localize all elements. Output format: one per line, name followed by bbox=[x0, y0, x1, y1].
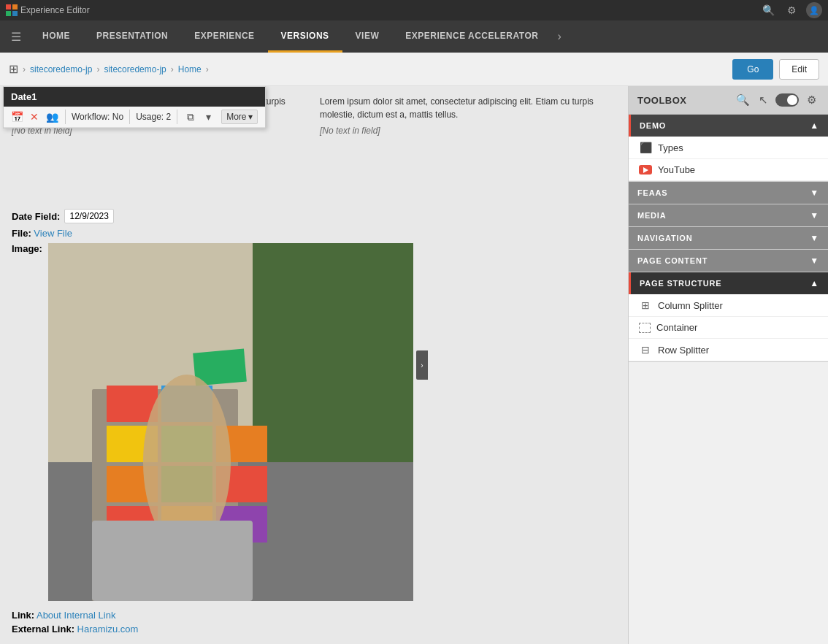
toolbox-item-youtube[interactable]: YouTube bbox=[629, 159, 828, 181]
breadcrumb-sep-3: › bbox=[171, 64, 174, 74]
link-label: Link: bbox=[12, 610, 34, 621]
expand-handle[interactable]: › bbox=[416, 350, 428, 380]
toolbox-section-page-structure-header[interactable]: PAGE STRUCTURE ▲ bbox=[629, 272, 828, 294]
demo-chevron-icon: ▲ bbox=[810, 120, 819, 131]
logo-squares bbox=[6, 4, 18, 16]
copy-chevron-icon[interactable]: ▾ bbox=[201, 110, 215, 124]
toolbox-item-row-splitter[interactable]: ⊟ Row Splitter bbox=[629, 339, 828, 361]
date-field-label: Date Field: bbox=[12, 211, 60, 222]
toolbox-item-container[interactable]: Container bbox=[629, 317, 828, 339]
top-bar-right: 🔍 ⚙ 👤 bbox=[759, 1, 822, 19]
calendar-icon[interactable]: 📅 bbox=[9, 110, 24, 124]
toolbox-demo-items: ⬛ Types YouTube bbox=[629, 137, 828, 181]
popup-toolbar: 📅 ✕ 👥 Workflow: No Usage: 2 ⧉ ▾ More ▾ bbox=[4, 107, 265, 128]
breadcrumb-item-2[interactable]: sitecoredemo-jp bbox=[104, 64, 166, 74]
toolbox-item-youtube-label: YouTube bbox=[658, 164, 695, 175]
toolbox-search-icon[interactable]: 🔍 bbox=[735, 92, 751, 108]
link-internal[interactable]: Internal Link bbox=[64, 610, 116, 621]
logo-sq-red bbox=[6, 4, 11, 9]
svg-rect-19 bbox=[92, 521, 253, 601]
toolbox-section-navigation: NAVIGATION ▼ bbox=[629, 227, 828, 250]
file-row: File: View File bbox=[12, 228, 616, 239]
toolbox-item-column-splitter[interactable]: ⊞ Column Splitter bbox=[629, 294, 828, 317]
logo-sq-blue bbox=[12, 11, 18, 16]
toolbox-section-navigation-header[interactable]: NAVIGATION ▼ bbox=[629, 227, 828, 249]
settings-icon[interactable]: ⚙ bbox=[783, 1, 800, 19]
toolbox-section-feaas-header[interactable]: FEAAS ▼ bbox=[629, 182, 828, 204]
file-link[interactable]: View File bbox=[34, 228, 72, 239]
toolbox-section-page-content: PAGE CONTENT ▼ bbox=[629, 250, 828, 272]
copy-icon[interactable]: ⧉ bbox=[183, 110, 198, 124]
toolbox-cursor-icon[interactable]: ↖ bbox=[755, 92, 771, 108]
toolbox-header: TOOLBOX 🔍 ↖ ⚙ bbox=[629, 86, 828, 115]
breadcrumb-actions: Go Edit bbox=[732, 59, 819, 80]
toolbox-item-types[interactable]: ⬛ Types bbox=[629, 137, 828, 159]
usage-label: Usage: 2 bbox=[136, 112, 171, 122]
right-text-block: Lorem ipsum dolor sit amet, consectetur … bbox=[320, 95, 616, 136]
ext-link-row: External Link: Haramizu.com bbox=[12, 624, 616, 635]
breadcrumb-item-1[interactable]: sitecoredemo-jp bbox=[30, 64, 92, 74]
sidebar-toggle[interactable]: ☰ bbox=[3, 20, 29, 53]
close-icon[interactable]: ✕ bbox=[27, 110, 42, 124]
tab-view[interactable]: VIEW bbox=[342, 20, 393, 53]
toolbox-panel: TOOLBOX 🔍 ↖ ⚙ DEMO ▲ ⬛ Types bbox=[628, 86, 828, 644]
top-bar: Experience Editor 🔍 ⚙ 👤 bbox=[0, 0, 828, 20]
right-no-text: [No text in field] bbox=[320, 126, 616, 136]
main-content-wrapper: Lorem ipsum dolor sit amet, consectetur … bbox=[0, 86, 628, 644]
toolbox-icons: 🔍 ↖ ⚙ bbox=[735, 92, 819, 108]
separator-1 bbox=[65, 110, 66, 124]
toolbox-toggle[interactable] bbox=[775, 93, 799, 107]
edit-button[interactable]: Edit bbox=[779, 59, 819, 80]
tab-home[interactable]: HOME bbox=[29, 20, 83, 53]
toolbox-section-feaas-label: FEAAS bbox=[637, 188, 667, 197]
toolbox-section-demo-header[interactable]: DEMO ▲ bbox=[629, 115, 828, 137]
date-field-row: Date Field: 12/9/2023 bbox=[12, 209, 616, 223]
tab-experience-accelerator[interactable]: EXPERIENCE ACCELERATOR bbox=[392, 20, 551, 53]
toolbox-title: TOOLBOX bbox=[637, 95, 687, 106]
breadcrumb-sep-1: › bbox=[23, 64, 26, 74]
breadcrumb-sep-2: › bbox=[96, 64, 99, 74]
image-label: Image: bbox=[12, 243, 42, 254]
go-button[interactable]: Go bbox=[732, 59, 773, 80]
more-chevron-icon: ▾ bbox=[248, 112, 253, 122]
breadcrumb-home-icon[interactable]: ⊞ bbox=[9, 62, 18, 76]
tab-experience[interactable]: EXPERIENCE bbox=[181, 20, 267, 53]
navigation-chevron-icon: ▼ bbox=[810, 233, 819, 243]
breadcrumb-item-3[interactable]: Home bbox=[178, 64, 202, 74]
toolbox-section-demo: DEMO ▲ ⬛ Types YouTube bbox=[629, 115, 828, 182]
toolbox-section-page-content-header[interactable]: PAGE CONTENT ▼ bbox=[629, 250, 828, 272]
tab-versions[interactable]: VERSIONS bbox=[268, 20, 342, 53]
toggle-knob bbox=[787, 95, 797, 105]
toolbox-section-media: MEDIA ▼ bbox=[629, 204, 828, 227]
link-about[interactable]: About bbox=[37, 610, 61, 621]
main-layout: Lorem ipsum dolor sit amet, consectetur … bbox=[0, 86, 828, 644]
container-icon bbox=[639, 323, 651, 333]
more-label: More bbox=[226, 112, 246, 122]
component-popup: Date1 📅 ✕ 👥 Workflow: No Usage: 2 ⧉ ▾ Mo… bbox=[3, 86, 266, 129]
ext-link-label: External Link: bbox=[12, 624, 74, 635]
ext-link-value[interactable]: Haramizu.com bbox=[77, 624, 139, 635]
separator-3 bbox=[177, 110, 177, 124]
user-avatar[interactable]: 👤 bbox=[806, 2, 822, 18]
youtube-icon bbox=[639, 165, 652, 175]
logo-sq-green bbox=[6, 11, 11, 16]
toolbox-section-page-structure: PAGE STRUCTURE ▲ ⊞ Column Splitter Conta… bbox=[629, 272, 828, 362]
page-content-chevron-icon: ▼ bbox=[810, 256, 819, 266]
toolbox-gear-icon[interactable]: ⚙ bbox=[803, 92, 819, 108]
date-field-value: 12/9/2023 bbox=[64, 209, 113, 223]
more-button[interactable]: More ▾ bbox=[221, 110, 257, 124]
popup-header: Date1 bbox=[4, 87, 265, 107]
toolbox-section-page-structure-label: PAGE STRUCTURE bbox=[640, 279, 721, 288]
toolbox-section-media-header[interactable]: MEDIA ▼ bbox=[629, 204, 828, 226]
tab-presentation[interactable]: PRESENTATION bbox=[83, 20, 181, 53]
toolbox-section-demo-label: DEMO bbox=[640, 121, 666, 130]
nav-chevron-icon[interactable]: › bbox=[551, 30, 567, 43]
search-icon[interactable]: 🔍 bbox=[759, 1, 777, 19]
breadcrumb-sep-4: › bbox=[206, 64, 209, 74]
people-icon[interactable]: 👥 bbox=[45, 110, 59, 124]
feaas-chevron-icon: ▼ bbox=[810, 188, 819, 198]
toolbox-section-media-label: MEDIA bbox=[637, 211, 666, 220]
image-area: Image: bbox=[12, 243, 616, 601]
content-area: Lorem ipsum dolor sit amet, consectetur … bbox=[0, 86, 628, 644]
popup-title: Date1 bbox=[11, 91, 37, 102]
